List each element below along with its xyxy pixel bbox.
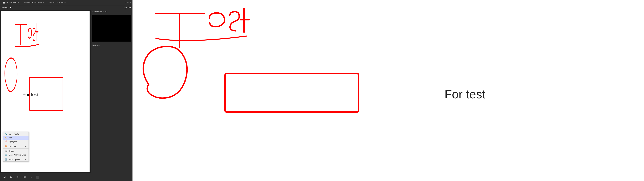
menu-ink-color[interactable]: 🎨 Ink Color ▶ — [3, 144, 28, 148]
pen-label: Pen — [8, 137, 12, 139]
zoom-button[interactable]: ⌕ — [28, 174, 34, 180]
notes-text: No Notes. — [92, 44, 100, 46]
arrow-options-icon: ↖️ — [5, 158, 7, 160]
ink-color-label: Ink Color — [8, 145, 16, 147]
minimize-button[interactable]: – — [125, 2, 126, 4]
current-slide[interactable]: For test 🔦 Laser Pointer ✏️ Pen 🖍️ Highl… — [1, 12, 90, 172]
display-icon: ⊞ — [24, 2, 26, 4]
display-settings-button[interactable]: ⊞ DISPLAY SETTINGS ▼ — [23, 1, 45, 4]
menu-pen[interactable]: ✏️ Pen — [3, 136, 28, 140]
next-slide-thumbnail — [92, 15, 131, 42]
main-content: For test 🔦 Laser Pointer ✏️ Pen 🖍️ Highl… — [0, 10, 132, 173]
show-taskbar-button[interactable]: ⬜ SHOW TASKBAR — [2, 1, 20, 4]
laser-icon: 🔦 — [5, 133, 7, 135]
top-toolbar: ⬜ SHOW TASKBAR ⊞ DISPLAY SETTINGS ▼ ⏏ EN… — [0, 0, 132, 5]
ink-icon: 🎨 — [5, 145, 7, 147]
menu-highlighter[interactable]: 🖍️ Highlighter — [3, 140, 28, 144]
menu-eraser[interactable]: ⌫ Eraser — [3, 149, 28, 153]
elapsed-time: 0:00:41 — [2, 6, 8, 9]
close-button[interactable]: × — [130, 2, 131, 4]
dropdown-arrow: ▼ — [42, 2, 44, 3]
window-controls: – □ × — [125, 2, 131, 4]
next-slide-panel: End of slide show No Notes. — [91, 10, 132, 173]
see-all-slides-button[interactable]: ⊞ — [22, 174, 28, 180]
clock-time: 8:36 AM — [124, 6, 131, 9]
prev-slide-button[interactable]: ◀ — [1, 174, 8, 180]
taskbar-icon: ⬜ — [3, 2, 5, 4]
menu-divider-1 — [3, 144, 28, 144]
actual-slide: For test — [132, 0, 644, 181]
play-button[interactable]: ▶ — [10, 6, 12, 9]
next-slide-label: End of slide show — [91, 10, 132, 14]
menu-divider-3 — [3, 157, 28, 157]
erase-all-label: Erase All Ink on Slide — [8, 154, 26, 156]
show-taskbar-label: SHOW TASKBAR — [5, 2, 19, 4]
menu-laser-pointer[interactable]: 🔦 Laser Pointer — [3, 132, 28, 136]
pen-tool-button[interactable]: ✏ — [15, 174, 21, 180]
actual-slide-annotations — [132, 0, 644, 181]
highlighter-label: Highlighter — [8, 140, 18, 142]
end-slide-show-label: END SLIDE SHOW — [52, 2, 66, 4]
eraser-icon: ⌫ — [5, 150, 8, 152]
timer-bar: 0:00:41 ▶ ↺ 8:36 AM — [0, 5, 132, 10]
ink-color-arrow: ▶ — [25, 146, 26, 147]
end-icon: ⏏ — [49, 2, 51, 4]
laser-label: Laser Pointer — [8, 133, 20, 135]
current-slide-area: For test 🔦 Laser Pointer ✏️ Pen 🖍️ Highl… — [0, 10, 91, 173]
menu-arrow-options[interactable]: ↖️ Arrow Options ▶ — [3, 158, 28, 162]
next-slide-button[interactable]: ▶ — [8, 174, 14, 180]
eraser-label: Eraser — [9, 150, 14, 152]
maximize-button[interactable]: □ — [128, 2, 128, 4]
arrow-options-arrow: ▶ — [25, 159, 26, 160]
menu-erase-all[interactable]: 🗑️ Erase All Ink on Slide — [3, 153, 28, 157]
menu-divider-2 — [3, 148, 28, 149]
actual-for-test-text: For test — [444, 87, 485, 101]
pen-menu-icon: ✏️ — [5, 136, 7, 139]
for-test-text: For test — [22, 92, 38, 97]
erase-all-icon: 🗑️ — [5, 154, 7, 156]
notes-area: No Notes. — [91, 43, 132, 173]
bottom-toolbar: ◀ ▶ ✏ ⊞ ⌕ ⬛ — [0, 173, 132, 181]
presenter-view: ⬜ SHOW TASKBAR ⊞ DISPLAY SETTINGS ▼ ⏏ EN… — [0, 0, 132, 181]
highlighter-icon: 🖍️ — [5, 140, 7, 142]
context-menu: 🔦 Laser Pointer ✏️ Pen 🖍️ Highlighter 🎨 — [3, 132, 29, 162]
display-settings-label: DISPLAY SETTINGS — [26, 2, 42, 4]
end-slide-show-button[interactable]: ⏏ END SLIDE SHOW — [48, 1, 67, 4]
black-screen-button[interactable]: ⬛ — [35, 174, 41, 180]
reset-button[interactable]: ↺ — [14, 6, 16, 9]
arrow-options-label: Arrow Options — [8, 158, 20, 160]
